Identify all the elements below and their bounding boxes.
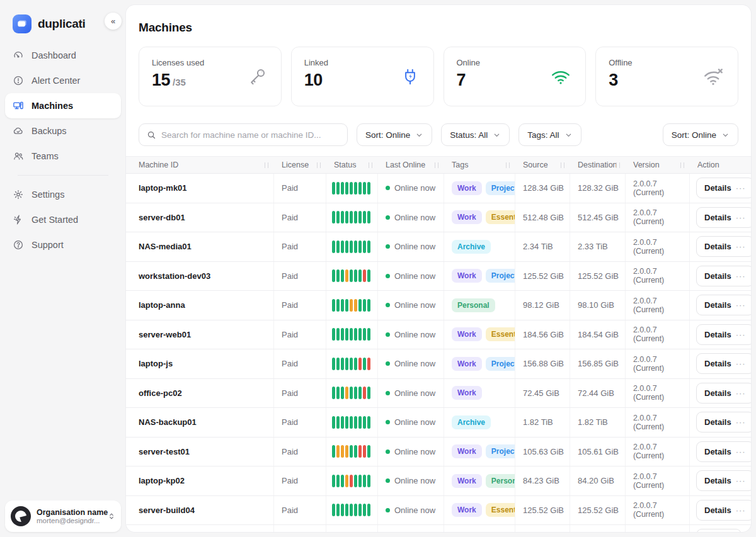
status-bar [336,416,340,429]
sidebar-item-label: Machines [32,101,73,111]
sidebar-item-label: Get Started [32,215,78,225]
status-bar [332,416,335,429]
status-bar [354,182,357,195]
column-header-license[interactable]: License [274,157,326,173]
table-body: laptop-mk01 Paid Online now WorkProjects… [126,174,751,525]
table-row: laptop-kp02 Paid Online now WorkPersonal… [126,466,751,496]
online-dot [386,449,390,454]
details-label: Details [704,330,731,339]
details-button[interactable]: Details ··· [696,500,751,521]
status-bars [326,320,378,349]
sort-dropdown-label: Sort: Online [365,130,410,140]
status-bar [367,445,370,458]
status-bar [332,387,335,399]
sidebar-item-dashboard[interactable]: Dashboard [5,43,121,68]
last-online-cell: Online now [378,408,444,437]
details-button[interactable]: Details ··· [696,353,751,374]
tag-work: Work [452,210,482,224]
status-bar [332,269,335,282]
status-bar [341,211,344,223]
status-bars [326,203,378,232]
organisation-avatar [11,506,31,526]
details-label: Details [704,447,731,456]
ellipsis-icon: ··· [736,476,746,485]
status-bar [358,475,362,487]
status-bar [358,504,362,516]
column-header-machine-id[interactable]: Machine ID [126,157,274,173]
status-bar [354,504,357,516]
column-header-status[interactable]: Status [326,157,378,173]
chevron-down-icon [493,131,501,139]
column-header-destination[interactable]: Destination [570,157,626,173]
people-icon [13,150,24,162]
sidebar-item-settings[interactable]: Settings [5,182,121,207]
version: 2.0.0.7 (Current) [626,320,690,349]
status-bar [363,504,366,516]
status-dropdown[interactable]: Status: All [441,123,510,146]
sidebar-item-alert-center[interactable]: Alert Center [5,68,121,93]
version: 2.0.0.7 (Current) [626,349,690,378]
status-bar [354,299,357,312]
status-bar [363,358,366,370]
column-header-version[interactable]: Version [626,157,690,173]
table-row: NAS-media01 Paid Online now Archive 2.34… [126,232,751,262]
details-button[interactable]: Details ··· [696,412,751,432]
status-bar [345,475,348,487]
status-bar [358,416,362,429]
details-button[interactable]: Details ··· [696,441,751,462]
details-button[interactable]: Details ··· [696,295,751,315]
details-button[interactable]: Details ··· [696,324,751,345]
status-bar [341,240,344,253]
column-header-tags[interactable]: Tags [444,157,515,173]
machine-id: laptop-js [126,349,274,378]
sidebar-item-get-started[interactable]: Get Started [5,207,121,232]
tags-dropdown-label: Tags: All [527,130,559,140]
license: Paid [274,203,326,232]
sidebar-collapse-button[interactable]: « [105,13,122,30]
details-button[interactable]: Details ··· [696,207,751,228]
status-bar [350,387,353,399]
column-header-source[interactable]: Source [515,157,570,173]
tag-work: Work [452,181,482,195]
details-button[interactable]: Details ··· [696,266,751,286]
status-bar [358,358,362,370]
online-dot [386,508,390,512]
details-button[interactable] [696,529,742,532]
machines-table: Machine ID License Status Last Online Ta… [126,156,751,532]
tags-dropdown[interactable]: Tags: All [518,123,581,146]
column-header-last-online[interactable]: Last Online [378,157,444,173]
status-bar [363,269,366,282]
sidebar-item-backups[interactable]: Backups [5,118,121,144]
gauge-icon [13,50,24,61]
status-bar [350,445,353,458]
last-online-cell: Online now [378,291,444,320]
status-bar [336,504,340,516]
status-bar [336,387,340,399]
brand-name: duplicati [38,17,85,31]
tag-essential: Essential [486,503,515,517]
sidebar-item-support[interactable]: Support [5,232,121,257]
status-bar [354,416,357,429]
source: 156.88 GiB [515,349,570,378]
search-input[interactable] [161,130,340,140]
sort-dropdown-right[interactable]: Sort: Online [663,123,738,146]
details-button[interactable]: Details ··· [696,178,751,198]
stat-card-online: Online 7 [444,47,587,106]
column-header-action[interactable]: Action [690,157,751,173]
sidebar-item-machines[interactable]: Machines [5,93,121,118]
online-dot [386,274,390,278]
stat-card-offline: Offline 3 [595,47,738,106]
details-button[interactable]: Details ··· [696,470,751,491]
sort-dropdown[interactable]: Sort: Online [357,123,432,146]
status-bar [358,182,362,195]
status-bar [332,475,335,487]
sidebar-item-teams[interactable]: Teams [5,144,121,169]
tags-cell: Archive [444,232,515,261]
last-online-label: Online now [394,242,435,251]
organisation-switcher[interactable]: Organisation name morten@designdr... [5,500,121,532]
details-button[interactable]: Details ··· [696,383,751,404]
search-box[interactable] [139,123,348,146]
details-button[interactable]: Details ··· [696,236,751,257]
status-bar [363,387,366,399]
status-bar [350,299,353,312]
